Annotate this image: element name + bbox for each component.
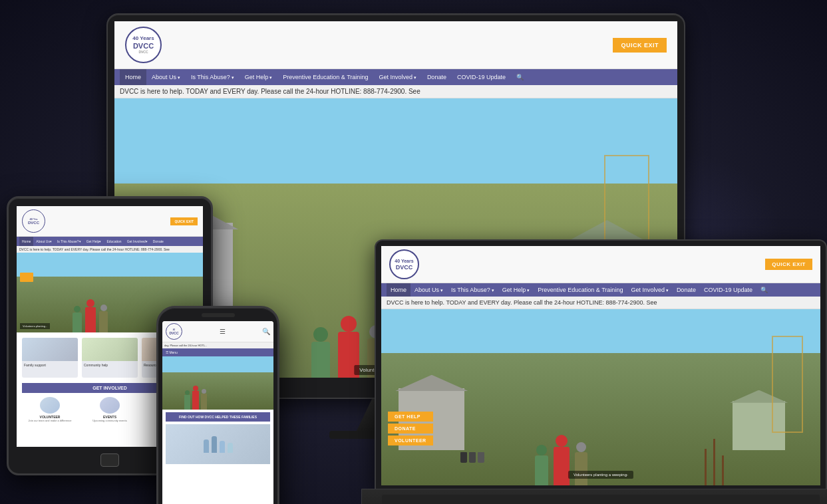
tablet-volunteer-icon: [40, 397, 60, 414]
pp1: [184, 390, 190, 410]
laptop-nav-help[interactable]: Get Help: [498, 283, 534, 297]
phone-website: 40 DVCC ☰ 🔍 day. Please call the 24-hour…: [162, 321, 273, 504]
phone-logo-name: DVCC: [169, 331, 178, 335]
laptop-nav-abuse[interactable]: Is This Abuse?: [447, 283, 498, 297]
tablet-quick-exit[interactable]: QUICK EXIT: [170, 217, 198, 225]
phone-menu-icon[interactable]: ☰: [220, 328, 226, 335]
person-1: [311, 327, 330, 378]
tp1-body: [73, 313, 82, 332]
tablet-nav-about[interactable]: About Us▾: [33, 237, 55, 246]
lp3-head: [576, 442, 586, 452]
nav-search-icon[interactable]: 🔍: [511, 69, 529, 85]
nav-help[interactable]: Get Help: [240, 69, 277, 85]
tp1-head: [74, 306, 81, 313]
laptop-nav-about[interactable]: About Us: [411, 283, 447, 297]
pp3: [201, 389, 207, 410]
pp1-head: [185, 390, 190, 395]
logo-area: 40 Years DVCC DVCC: [125, 27, 162, 63]
lp2-head: [556, 435, 568, 447]
nav-about[interactable]: About Us: [146, 69, 186, 85]
lp1-body: [535, 455, 548, 485]
laptop-nav-covid[interactable]: COVID-19 Update: [700, 283, 756, 297]
pp2-head: [193, 386, 198, 391]
laptop-hero: GET HELP DONATE VOLUNTEER Volunteers pla…: [381, 309, 820, 485]
tablet-home-button[interactable]: [100, 453, 119, 467]
laptop-base: [361, 489, 827, 504]
laptop-logo-area: 40 Years DVCC: [389, 249, 419, 279]
fam-2: [212, 436, 217, 453]
laptop-quick-exit-button[interactable]: QUICK EXIT: [765, 259, 812, 270]
tablet-card-1: Family support: [22, 338, 78, 378]
tablet-logo-name: DVCC: [28, 221, 39, 225]
phone-family-silhouettes: [204, 436, 233, 453]
phone-frame: 40 DVCC ☰ 🔍 day. Please call the 24-hour…: [156, 306, 279, 504]
laptop-logo-dvcc: DVCC: [396, 265, 413, 271]
tablet-nav-donate[interactable]: Donate: [150, 237, 166, 246]
laptop-hero-caption: Volunteers planting a weeping-: [568, 471, 633, 479]
nav-covid[interactable]: COVID-19 Update: [452, 69, 511, 85]
tablet-person-1: [73, 306, 82, 332]
ltc-3: [478, 452, 484, 463]
laptop-nav-education[interactable]: Preventive Education & Training: [534, 283, 627, 297]
laptop-screen-container: 40 Years DVCC QUICK EXIT Home About Us I…: [375, 239, 827, 492]
laptop-device: 40 Years DVCC QUICK EXIT Home About Us I…: [375, 239, 827, 504]
tablet-volunteer-desc: Join our team and make a difference: [22, 419, 78, 422]
tablet-nav-abuse[interactable]: Is This Abuse?▾: [55, 237, 84, 246]
phone-notch: [202, 313, 235, 317]
tablet-nav: Home About Us▾ Is This Abuse?▾ Get Help▾…: [17, 237, 203, 246]
laptop-nav-donate[interactable]: Donate: [673, 283, 700, 297]
laptop-nav-involved[interactable]: Get Involved: [627, 283, 672, 297]
tablet-events-desc: Upcoming community events: [82, 419, 138, 422]
laptop-get-help-btn[interactable]: GET HELP: [388, 412, 433, 422]
phone-device: 40 DVCC ☰ 🔍 day. Please call the 24-hour…: [156, 306, 279, 504]
nav-involved[interactable]: Get Involved: [373, 69, 421, 85]
tablet-nav-help[interactable]: Get Help▾: [84, 237, 104, 246]
phone-hero-bg: [162, 356, 273, 410]
nav-education[interactable]: Preventive Education & Training: [277, 69, 373, 85]
phone-screen: 40 DVCC ☰ 🔍 day. Please call the 24-hour…: [162, 321, 273, 504]
lt-3: [722, 455, 724, 485]
tablet-overlay-bar: [20, 273, 33, 282]
pp2-body: [192, 391, 199, 410]
lp1: [535, 445, 548, 485]
tablet-hero-caption: Volunteers planting...: [20, 323, 50, 329]
tp3-body: [99, 311, 108, 332]
phone-hero: [162, 356, 273, 410]
nav-abuse[interactable]: Is This Abuse?: [186, 69, 240, 85]
site-header: 40 Years DVCC DVCC QUICK EXIT: [114, 21, 677, 69]
laptop-action-buttons: GET HELP DONATE VOLUNTEER: [388, 412, 433, 445]
scene: 40 Years DVCC DVCC QUICK EXIT Home About…: [0, 0, 827, 504]
tablet-nav-edu[interactable]: Education: [104, 237, 124, 246]
tablet-involved-volunteer: VOLUNTEER Join our team and make a diffe…: [22, 397, 78, 422]
tablet-card-2: Community help: [82, 338, 138, 378]
tablet-card-text-2: Community help: [82, 361, 138, 369]
quick-exit-button[interactable]: QUICK EXIT: [613, 38, 667, 53]
tablet-card-text-1: Family support: [22, 361, 78, 369]
tablet-people: [73, 299, 108, 332]
phone-family-img: [166, 424, 270, 464]
nav-donate[interactable]: Donate: [422, 69, 452, 85]
tablet-nav-involved[interactable]: Get Involved▾: [124, 237, 150, 246]
laptop-nav-search[interactable]: 🔍: [756, 283, 772, 297]
lp1-head: [536, 445, 547, 455]
pp1-body: [184, 395, 190, 410]
lp3: [575, 442, 587, 485]
nav-home[interactable]: Home: [120, 69, 146, 85]
phone-family-photo: [166, 424, 270, 464]
tablet-person-2: [85, 299, 96, 332]
tablet-nav-home[interactable]: Home: [19, 237, 33, 246]
phone-menu-bar[interactable]: ☰ Menu: [162, 348, 273, 356]
laptop-volunteer-btn[interactable]: VOLUNTEER: [388, 436, 433, 445]
pp2: [192, 386, 199, 410]
laptop-donate-btn[interactable]: DONATE: [388, 424, 433, 434]
lp2: [554, 435, 570, 485]
tablet-banner: DVCC is here to help. TODAY and EVERY da…: [17, 246, 203, 253]
phone-search-icon[interactable]: 🔍: [262, 328, 270, 335]
ltc-2: [469, 452, 476, 463]
laptop-keyboard: [382, 495, 820, 504]
laptop-nav-home[interactable]: Home: [387, 283, 411, 297]
tp2-head: [86, 299, 94, 307]
person-1-body: [311, 342, 330, 378]
laptop-trees: [705, 439, 724, 485]
logo-circle: 40 Years DVCC DVCC: [125, 27, 162, 63]
